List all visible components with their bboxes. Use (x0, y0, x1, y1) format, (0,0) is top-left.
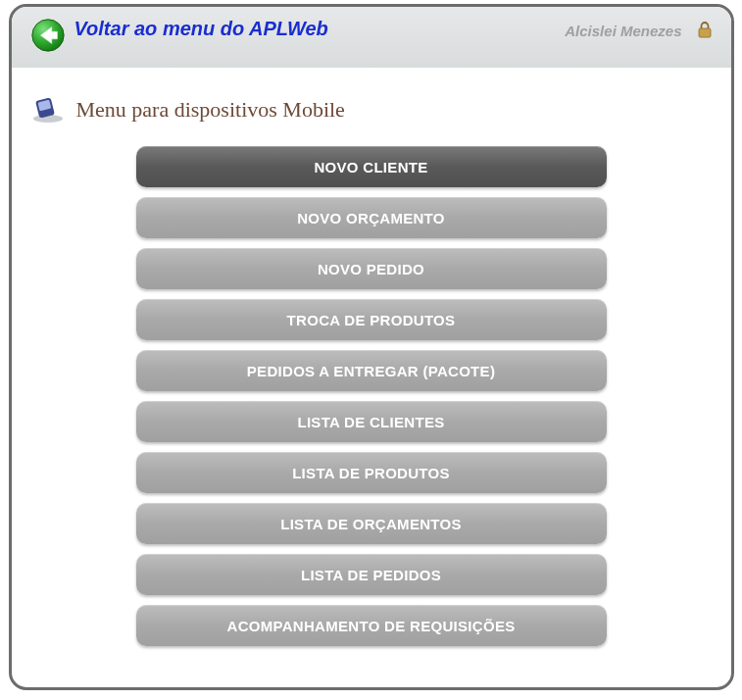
section-title-row: Menu para dispositivos Mobile (12, 68, 731, 146)
menu-troca-produtos[interactable]: TROCA DE PRODUTOS (136, 299, 607, 340)
mobile-device-icon (27, 95, 67, 125)
menu-acompanhamento-requisicoes[interactable]: ACOMPANHAMENTO DE REQUISIÇÕES (136, 605, 607, 646)
menu-lista-clientes[interactable]: LISTA DE CLIENTES (136, 401, 607, 442)
svg-rect-1 (699, 28, 711, 37)
menu-novo-pedido[interactable]: NOVO PEDIDO (136, 248, 607, 289)
back-arrow-icon[interactable] (29, 17, 67, 54)
menu-novo-orcamento[interactable]: NOVO ORÇAMENTO (136, 197, 607, 238)
mobile-menu-list: NOVO CLIENTE NOVO ORÇAMENTO NOVO PEDIDO … (12, 146, 731, 646)
menu-novo-cliente[interactable]: NOVO CLIENTE (136, 146, 607, 187)
menu-lista-produtos[interactable]: LISTA DE PRODUTOS (136, 452, 607, 493)
lock-icon[interactable] (696, 21, 714, 38)
menu-pedidos-entregar[interactable]: PEDIDOS A ENTREGAR (PACOTE) (136, 350, 607, 391)
back-link[interactable]: Voltar ao menu do APLWeb (74, 17, 328, 40)
user-name-label: Alcislei Menezes (565, 23, 681, 39)
menu-lista-pedidos[interactable]: LISTA DE PEDIDOS (136, 554, 607, 595)
header-bar: Voltar ao menu do APLWeb Alcislei Meneze… (12, 7, 731, 68)
menu-lista-orcamentos[interactable]: LISTA DE ORÇAMENTOS (136, 503, 607, 544)
app-container: Voltar ao menu do APLWeb Alcislei Meneze… (9, 4, 734, 690)
section-title: Menu para dispositivos Mobile (76, 97, 345, 123)
